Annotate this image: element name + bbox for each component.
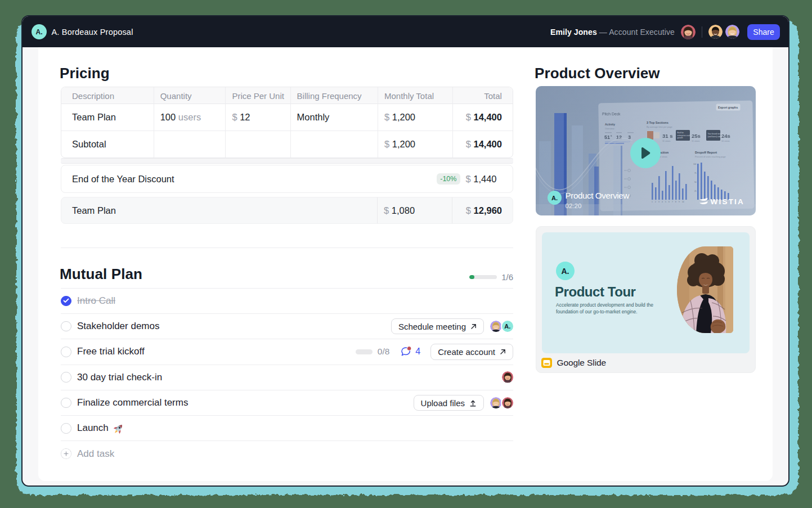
cell-total: $ 14,400 bbox=[453, 131, 513, 158]
avatar-teammate-1[interactable] bbox=[708, 25, 723, 39]
total-value: 12,960 bbox=[474, 205, 502, 216]
task-list: Intro Call Stakeholder demos Schedule me… bbox=[61, 288, 513, 466]
google-slides-icon bbox=[541, 358, 552, 368]
column-header: Total bbox=[453, 87, 513, 104]
progress-bar bbox=[469, 275, 497, 279]
table-row-team-plan: Team Plan 100 users $ 12 Monthly $ 1,200… bbox=[61, 104, 513, 131]
cell-description: Subtotal bbox=[61, 131, 154, 158]
person-photo bbox=[677, 246, 733, 334]
user-name-text: Emily Jones bbox=[550, 28, 597, 37]
table-gap-strip bbox=[61, 158, 513, 164]
task-actions bbox=[496, 370, 514, 384]
cell-total: $ 12,960 bbox=[452, 197, 513, 223]
comments-icon[interactable] bbox=[400, 346, 411, 357]
task-checkbox-checked[interactable] bbox=[61, 296, 71, 307]
total-value: 14,400 bbox=[473, 112, 501, 122]
task-assignees bbox=[489, 396, 514, 410]
task-row-free-trial-kickoff: Free trial kickoff 0/8 4 Create account bbox=[61, 339, 513, 364]
currency-symbol: $ bbox=[232, 112, 237, 122]
currency-symbol: $ bbox=[466, 112, 471, 122]
task-actions: 0/8 4 Create account bbox=[356, 344, 513, 360]
currency-symbol: $ bbox=[384, 112, 389, 122]
avatar-initial-text: A. bbox=[562, 267, 569, 276]
task-row-finalize-terms: Finalize commercial terms Upload files bbox=[61, 390, 513, 415]
monthly-total-value: 1,080 bbox=[392, 205, 415, 216]
wistia-logo: WISTIA bbox=[699, 197, 744, 206]
currency-symbol: $ bbox=[466, 139, 471, 149]
user-role-text: Account Executive bbox=[609, 28, 675, 37]
add-task-label: Add task bbox=[77, 448, 114, 460]
cell-billing: Monthly bbox=[291, 104, 378, 131]
pricing-heading: Pricing bbox=[60, 66, 110, 80]
discount-badge: -10% bbox=[437, 173, 460, 185]
external-arrow-icon bbox=[470, 323, 477, 330]
upload-icon bbox=[469, 399, 477, 407]
user-role-separator: — bbox=[599, 28, 607, 37]
task-assignees: A. bbox=[489, 320, 514, 334]
wistia-glyph-icon bbox=[699, 197, 708, 205]
discount-value: $ 1,440 bbox=[465, 174, 496, 185]
wistia-wordmark: WISTIA bbox=[711, 197, 744, 206]
task-label: Stakeholder demos bbox=[77, 321, 159, 332]
play-button[interactable] bbox=[630, 138, 661, 168]
cell-monthly-total: $ 1,080 bbox=[378, 197, 452, 223]
task-label: 30 day trial check-in bbox=[77, 372, 162, 383]
task-row-30-day-check-in: 30 day trial check-in bbox=[61, 365, 513, 390]
cell-total: $ 14,400 bbox=[453, 104, 513, 131]
task-label: Finalize commercial terms bbox=[77, 397, 188, 408]
task-checkbox[interactable] bbox=[61, 321, 71, 332]
avatar-teammate-2[interactable] bbox=[725, 25, 739, 39]
comment-bubble-icon bbox=[400, 346, 411, 357]
task-label: Launch bbox=[77, 422, 109, 434]
task-row-stakeholder-demos: Stakeholder demos Schedule meeting bbox=[61, 313, 513, 339]
subtask-progress-pill bbox=[356, 349, 373, 354]
share-button[interactable]: Share bbox=[747, 24, 780, 40]
product-overview-video[interactable]: Pitch Deck Export graphs ↓ Activity Over… bbox=[536, 86, 756, 215]
avatar-initial-text: A. bbox=[504, 323, 510, 330]
progress-bar-fill bbox=[469, 275, 474, 279]
column-header: Monthly Total bbox=[378, 87, 453, 104]
discount-row: End of the Year Discount -10% $ 1,440 bbox=[61, 165, 513, 193]
titlebar-divider bbox=[702, 26, 702, 38]
file-type-text: Google Slide bbox=[557, 358, 607, 368]
external-arrow-icon bbox=[500, 349, 506, 355]
video-meta: A. Product Overview 02:20 bbox=[548, 191, 629, 209]
cell-empty bbox=[226, 131, 290, 158]
currency-symbol: $ bbox=[465, 174, 470, 184]
create-account-button[interactable]: Create account bbox=[430, 344, 513, 360]
task-checkbox[interactable] bbox=[61, 423, 71, 434]
upload-files-button[interactable]: Upload files bbox=[414, 395, 484, 411]
monthly-total-value: 1,200 bbox=[392, 112, 415, 122]
cell-monthly-total: $ 1,200 bbox=[378, 131, 453, 158]
task-checkbox[interactable] bbox=[61, 372, 71, 383]
add-task-row[interactable]: Add task bbox=[61, 440, 513, 466]
titlebar: A. A. Bordeaux Proposal Emily Jones — Ac… bbox=[23, 16, 788, 47]
schedule-meeting-button[interactable]: Schedule meeting bbox=[391, 318, 484, 335]
tour-title: Product Tour bbox=[555, 285, 635, 299]
avatar-emily[interactable] bbox=[681, 25, 696, 39]
tour-description: Accelerate product development and build… bbox=[556, 302, 655, 316]
tour-avatar: A. bbox=[556, 262, 575, 280]
cell-quantity: 100 users bbox=[154, 104, 226, 131]
task-checkbox[interactable] bbox=[61, 347, 71, 357]
column-header: Price Per Unit bbox=[226, 87, 290, 104]
user-role: — Account Executive bbox=[597, 28, 675, 37]
user-name: Emily Jones — Account Executive bbox=[550, 28, 675, 37]
quantity-value: 100 bbox=[160, 112, 176, 122]
product-overview-heading: Product Overview bbox=[535, 66, 660, 80]
product-tour-card[interactable]: A. Product Tour Accelerate product devel… bbox=[536, 226, 756, 373]
task-label: Intro Call bbox=[77, 295, 115, 307]
column-header: Description bbox=[61, 87, 154, 104]
task-checkbox[interactable] bbox=[61, 398, 71, 408]
mutual-plan-progress: 1/6 bbox=[469, 272, 513, 281]
tour-photo bbox=[677, 246, 733, 334]
avatar-emily bbox=[501, 370, 515, 384]
workspace-avatar-initial: A. bbox=[36, 28, 43, 36]
product-tour-slide: A. Product Tour Accelerate product devel… bbox=[542, 232, 750, 353]
task-row-intro-call: Intro Call bbox=[61, 288, 513, 313]
total-value: 14,400 bbox=[473, 139, 501, 149]
currency-symbol: $ bbox=[384, 205, 389, 216]
video-meta-text: Product Overview 02:20 bbox=[566, 191, 629, 209]
cell-empty bbox=[154, 131, 226, 158]
video-title: Product Overview bbox=[566, 191, 629, 200]
